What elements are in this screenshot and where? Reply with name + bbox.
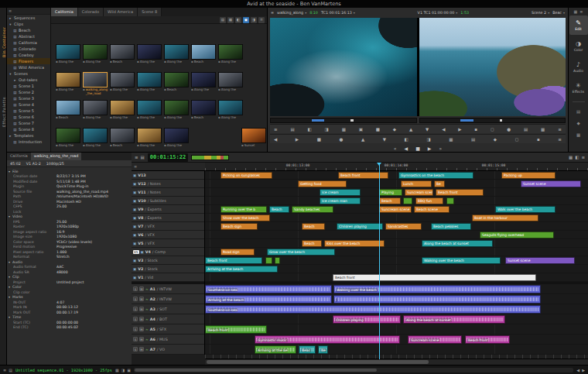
audio-track-header[interactable]: S M ≈ A2 / INTVW [132,294,204,304]
bin-clip-thumbnail[interactable]: ▪ Along the [218,44,243,64]
toolbar-icon[interactable]: ◀ [576,368,579,372]
bin-tree-item[interactable]: ▤ Cowboy [7,52,50,58]
toolbar-icon[interactable]: ▤ [471,137,475,142]
bin-tree-item[interactable]: ▤ Beach [7,27,50,33]
toolbar-icon[interactable]: ▤ [141,155,145,160]
toolbar-icon[interactable]: ▤ [9,368,12,372]
monitor-track-icon[interactable]: ▣ [133,190,136,194]
rail-icon[interactable]: ▦ [576,132,580,137]
bin-tree-item[interactable]: ▤ Scene 1 [7,83,50,89]
video-track-header[interactable]: ▣ V13 [132,171,204,180]
menu-icon[interactable]: ≡ [134,164,137,169]
toolbar-icon[interactable]: ▦ [541,127,545,132]
timeline-audio-clip[interactable]: Arriving at the be [255,345,296,354]
scrollbar-thumb[interactable] [207,360,429,364]
bin-clip-thumbnail[interactable]: ▪ Beach [191,100,216,120]
record-position-bar[interactable] [419,118,566,123]
bin-clip-thumbnail[interactable]: ▪ Along the [164,44,189,64]
timeline-ruler[interactable]: 00:01:13:0000:01:14:0000:01:15:00 [205,163,588,171]
toolbar-icon[interactable]: ◀ [274,137,277,142]
bin-clip-thumbnail[interactable]: ▪ Along the [137,100,162,120]
timeline-audio-clip[interactable]: Southend-on-sea [205,305,541,314]
toolbar-icon[interactable]: ≡ [581,155,585,160]
monitor-track-icon[interactable]: ▣ [141,250,144,254]
toolbar-icon[interactable]: ◧ [575,155,579,160]
bin-tree-item[interactable]: ▤ Scene 3 [7,95,50,101]
toolbar-icon[interactable]: ■ [376,127,380,132]
bin-view-icon[interactable]: ▦ [227,17,234,23]
mute-button[interactable]: M [139,297,144,301]
source-position-bar[interactable] [270,118,417,123]
workspace-button[interactable]: ♪ Audio [569,57,588,77]
timeline-audio-clip[interactable]: Be [318,345,328,354]
bin-tree-item[interactable]: ▾ Scenes [7,70,50,77]
bin-tree-item[interactable]: ▤ Scene 4 [7,101,50,108]
video-track-header[interactable]: ▣ V11 / Notes [132,188,204,197]
timeline-audio-clip[interactable]: Beac [299,345,316,354]
solo-button[interactable]: S [133,327,138,331]
source-timecode-menu[interactable]: TC1 00:01:16:13 ▾ [321,11,355,15]
bin-clip-thumbnail[interactable]: ▪ Along the [164,128,189,148]
mute-button[interactable]: M [139,327,144,331]
bin-clip-thumbnail[interactable]: ▪ Along the [218,72,243,92]
menu-icon[interactable]: ≡ [9,9,12,13]
toolbar-icon[interactable]: ◨ [121,368,125,372]
video-track-header[interactable]: ▣ V1 / Vid [132,273,204,282]
bin-clip-thumbnail-selected[interactable]: ▪ walking_along_the_road [83,72,109,95]
bin-tree-item[interactable]: ▤ Scene 6 [7,114,50,120]
bin-clip-thumbnail[interactable]: ▪ Along the [56,72,80,92]
monitor-track-icon[interactable]: ▣ [133,208,136,211]
toolbar-icon[interactable]: ▼ [383,137,386,142]
toolbar-icon[interactable]: ▤ [524,127,528,132]
monitor-track-icon[interactable]: ▣ [133,216,136,220]
source-monitor[interactable] [270,18,417,116]
bin-clip-thumbnail[interactable]: ▪ Along the [191,72,216,92]
bin-view-icon[interactable]: ◧ [235,17,241,23]
bin-clip-thumbnail[interactable]: ▪ Along the [83,100,108,120]
monitor-track-icon[interactable]: ▣ [133,259,136,262]
video-track-header[interactable]: ▣ V8 / Experts [132,214,204,222]
timeline-canvas[interactable]: Picking on sunglasses Beach front Gymnas… [205,171,588,355]
bin-tree-item[interactable]: ▤ Scene 8 [7,126,50,132]
toolbar-icon[interactable]: ▶ [458,127,461,132]
audio-track-header[interactable]: S M ≈ A7 / VO [132,345,204,355]
solo-button[interactable]: S [133,307,138,311]
patch-chip[interactable]: V1 [133,250,139,254]
toolbar-icon[interactable]: ◨ [325,127,329,132]
bin-clip-thumbnail[interactable]: ▪ Along the [218,100,243,120]
info-tab-clip[interactable]: walking_along_the_road [31,153,82,160]
timeline-audio-clip[interactable]: Children playing [333,315,401,324]
timeline-horizontal-scrollbar[interactable] [205,359,588,365]
toolbar-icon[interactable]: ◻ [515,137,519,142]
toolbar-icon[interactable]: ▦ [115,368,119,372]
monitor-track-icon[interactable]: ▣ [133,242,136,245]
transport-button[interactable]: ▶ [428,146,432,151]
bin-clip-thumbnail[interactable]: ▪ Along the [110,100,135,120]
toolbar-icon[interactable]: ◀ [442,127,445,132]
mute-button[interactable]: M [139,307,144,311]
transport-button[interactable]: ■ [415,146,420,151]
bin-tab[interactable]: Wild America [104,8,138,16]
toolbar-icon[interactable]: ▦ [569,155,573,160]
audio-track-header[interactable]: S M ≈ A4 / BOT [132,314,204,324]
mute-button[interactable]: M [139,317,144,321]
bin-view-icon[interactable]: ◨ [251,17,257,23]
bin-clip-thumbnail[interactable]: ▪ Along the [137,72,162,92]
audio-track-header[interactable]: S M ≈ A6 / MUS [132,335,204,345]
toolbar-icon[interactable]: ◧ [405,137,409,142]
toolbar-icon[interactable]: ▣ [127,368,131,372]
timeline-audio-clip[interactable]: Suncream scene [408,335,462,344]
monitor-track-icon[interactable]: ▣ [133,233,136,237]
bin-clip-thumbnail[interactable]: ▪ Along the [137,128,162,148]
bin-view-icon[interactable]: ≡ [258,17,265,23]
toolbar-icon[interactable]: ▶ [296,137,299,142]
bin-tree-item[interactable]: ▤ Flowers [7,58,50,64]
bin-clip-thumbnail[interactable]: ▪ Beach [110,44,135,64]
toolbar-icon[interactable]: ≡ [3,368,6,372]
video-track-header[interactable]: ▣ V7 / VFX [132,222,204,231]
timeline-audio-clip[interactable] [333,295,541,304]
timeline-audio-clip[interactable]: Beach front [205,325,267,334]
bin-tree-item[interactable]: ▤ Wild America [7,64,50,70]
bin-clip-thumbnail[interactable]: ▪ Sunset [241,128,266,148]
mute-button[interactable]: M [139,347,144,352]
